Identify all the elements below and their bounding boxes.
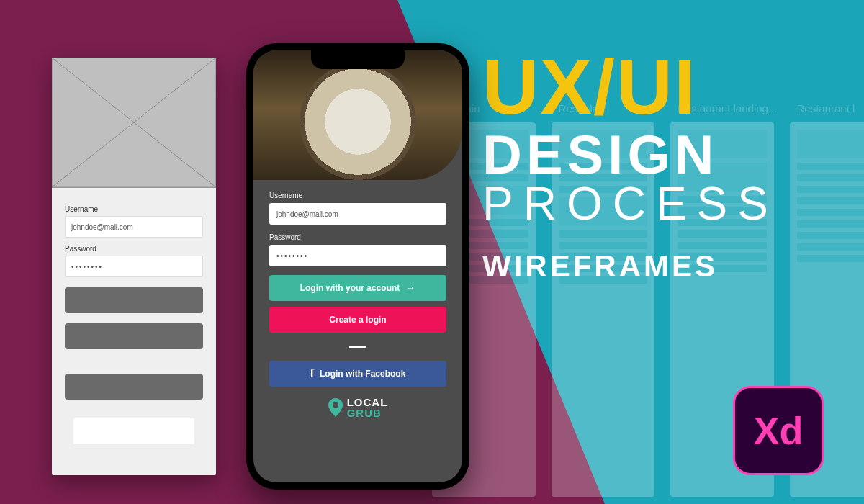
phone-notch [311,50,405,69]
title-line-3: PROCESS [482,182,778,226]
title-block: UX/UI DESIGN PROCESS WIREFRAMES [482,50,778,280]
facebook-login-label: Login with Facebook [320,369,405,379]
wireframe-username-label: Username [65,205,203,213]
wireframe-image-placeholder [52,58,216,188]
wireframe-password-label: Password [65,245,203,253]
login-form: Username johndoe@mail.com Password •••••… [253,180,462,418]
brand-text: LOCAL GRUB [347,397,388,418]
title-line-4: WIREFRAMES [482,252,778,281]
divider [349,346,366,348]
wireframe-button-placeholder[interactable] [65,374,203,400]
facebook-login-button[interactable]: f Login with Facebook [269,361,446,387]
arrow-right-icon: → [405,282,415,294]
create-login-button[interactable]: Create a login [269,307,446,333]
map-pin-icon [328,398,343,417]
adobe-xd-label: Xd [753,408,803,453]
adobe-xd-badge: Xd [733,386,824,475]
phone-screen: Username johndoe@mail.com Password •••••… [253,50,462,482]
username-label: Username [269,192,446,199]
title-line-2: DESIGN [482,129,778,181]
login-button[interactable]: Login with your account → [269,275,446,301]
phone-mockup: Username johndoe@mail.com Password •••••… [246,43,469,490]
username-input[interactable]: johndoe@mail.com [269,203,446,225]
password-label: Password [269,233,446,241]
bg-board-label: Restaurant l [797,102,855,114]
thumbnail-stage: est Main Rest Main Restaurant landing...… [0,0,864,504]
wireframe-button-placeholder[interactable] [73,418,194,444]
wireframe-username-input[interactable]: johndoe@mail.com [65,216,203,238]
brand-logo: LOCAL GRUB [269,397,446,418]
title-line-1: UX/UI [482,50,778,125]
facebook-icon: f [310,367,314,380]
wireframe-password-input[interactable]: •••••••• [65,256,203,277]
create-login-label: Create a login [329,315,386,325]
wireframe-button-placeholder[interactable] [65,287,203,313]
wireframe-form: Username johndoe@mail.com Password •••••… [52,188,216,444]
password-input[interactable]: •••••••• [269,245,446,266]
wireframe-card: Username johndoe@mail.com Password •••••… [52,58,216,475]
hero-food-image [253,50,462,180]
wireframe-button-placeholder[interactable] [65,323,203,349]
login-button-label: Login with your account [300,283,400,293]
svg-point-3 [333,402,338,408]
